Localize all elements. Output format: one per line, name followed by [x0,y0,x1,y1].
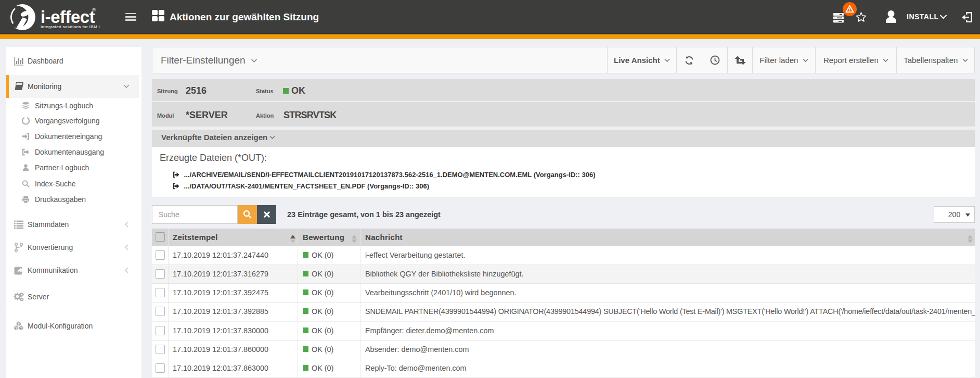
svg-text:Integrated solutions for IBM i: Integrated solutions for IBM i [41,24,100,29]
svg-text:i-effect: i-effect [41,7,95,27]
svg-text:®: ® [92,7,96,12]
